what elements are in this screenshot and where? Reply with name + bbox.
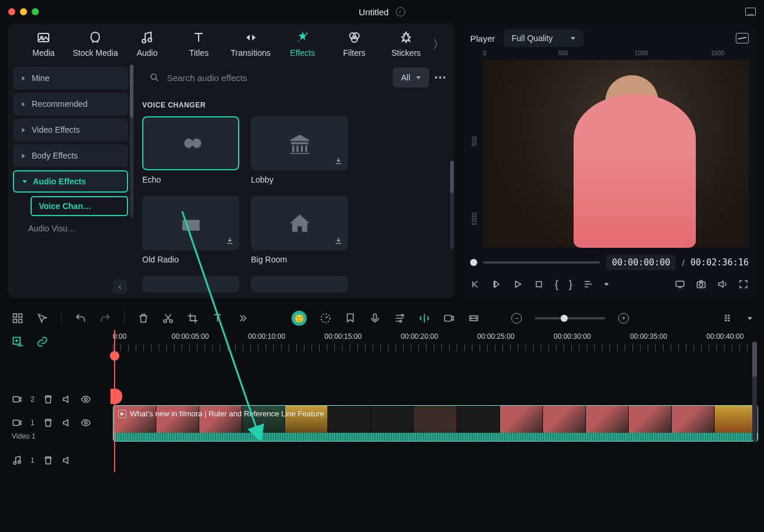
effect-echo[interactable]: Echo: [142, 116, 239, 184]
mark-in-button[interactable]: {: [555, 278, 558, 291]
track-header-audio[interactable]: 1: [6, 449, 113, 472]
svg-rect-28: [725, 320, 726, 322]
render-button[interactable]: [443, 312, 455, 324]
timeline-ruler[interactable]: 0:00 00:00:05:00 00:00:10:00 00:00:15:00…: [113, 330, 758, 353]
search-icon: [149, 72, 160, 83]
visibility-icon[interactable]: [81, 417, 91, 428]
speed-button[interactable]: [320, 312, 331, 324]
maximize-window-button[interactable]: [32, 8, 39, 15]
tabs-scroll-right[interactable]: 〉: [432, 32, 445, 56]
track-header-2[interactable]: 2: [6, 388, 113, 411]
track-view-button[interactable]: [723, 312, 735, 324]
close-window-button[interactable]: [8, 8, 15, 15]
tab-titles[interactable]: Titles: [173, 31, 224, 58]
redo-button[interactable]: [99, 312, 111, 324]
content-scrollbar[interactable]: [450, 161, 454, 249]
download-icon[interactable]: [334, 236, 344, 247]
tab-stock-media[interactable]: Stock Media: [69, 31, 121, 58]
layout-button[interactable]: [12, 312, 24, 324]
track-header-1[interactable]: 1: [6, 411, 113, 435]
download-icon[interactable]: [225, 236, 236, 247]
zoom-in-button[interactable]: +: [618, 313, 629, 324]
lock-icon[interactable]: [43, 417, 53, 428]
align-button[interactable]: [583, 279, 594, 289]
timeline-playhead[interactable]: [114, 330, 115, 472]
prev-frame-button[interactable]: [470, 279, 481, 289]
tab-transitions[interactable]: Transitions: [225, 31, 277, 58]
delete-button[interactable]: [138, 312, 149, 324]
lock-icon[interactable]: [43, 394, 53, 405]
undo-button[interactable]: [75, 312, 86, 324]
display-mode-icon[interactable]: [745, 8, 756, 16]
mic-button[interactable]: [369, 312, 381, 324]
timeline-scrollbar[interactable]: [752, 342, 757, 442]
sync-status-icon[interactable]: ✓: [396, 7, 405, 16]
sidebar-sub-voice-changer[interactable]: Voice Chan…: [31, 196, 128, 216]
effect-placeholder[interactable]: [251, 276, 348, 292]
ai-button[interactable]: 🙂: [291, 311, 307, 326]
video-preview[interactable]: [483, 60, 749, 248]
track-label: Video 1: [6, 432, 113, 440]
fullscreen-button[interactable]: [738, 279, 749, 289]
filter-dropdown[interactable]: All: [393, 68, 429, 87]
player-label: Player: [470, 33, 495, 43]
zoom-out-button[interactable]: −: [511, 313, 522, 324]
fit-button[interactable]: [468, 312, 480, 324]
sidebar-sub-audio-visualizer[interactable]: Audio Visu…: [21, 220, 128, 237]
sidebar-item-recommended[interactable]: Recommended: [13, 93, 128, 115]
stock-media-icon: [88, 31, 102, 45]
more-tools-button[interactable]: [236, 312, 248, 324]
mute-icon[interactable]: [62, 417, 72, 428]
snapshot-icon[interactable]: [736, 33, 749, 43]
progress-bar[interactable]: [483, 261, 600, 264]
sidebar-item-body-effects[interactable]: Body Effects: [13, 144, 128, 167]
camera-button[interactable]: [696, 279, 706, 289]
chevron-down-icon[interactable]: [604, 283, 609, 286]
effect-big-room[interactable]: Big Room: [251, 196, 348, 264]
svg-rect-11: [676, 281, 684, 287]
sidebar-item-video-effects[interactable]: Video Effects: [13, 119, 128, 141]
playhead-handle[interactable]: [470, 259, 477, 266]
svg-point-8: [351, 36, 357, 42]
effect-placeholder[interactable]: [142, 276, 239, 292]
select-tool[interactable]: [36, 312, 48, 324]
search-input[interactable]: Search audio effects: [142, 67, 387, 88]
cut-button[interactable]: [162, 312, 174, 324]
sidebar-collapse-button[interactable]: ‹: [113, 280, 127, 294]
visibility-icon[interactable]: [81, 394, 91, 405]
text-button[interactable]: [212, 312, 223, 324]
crop-button[interactable]: [187, 312, 199, 324]
split-button[interactable]: [418, 312, 430, 324]
lock-icon[interactable]: [43, 455, 53, 466]
mark-out-button[interactable]: }: [569, 278, 572, 291]
quality-dropdown[interactable]: Full Quality: [504, 29, 584, 47]
display-button[interactable]: [675, 279, 685, 289]
document-title: Untitled: [359, 7, 389, 17]
link-button[interactable]: [36, 336, 48, 348]
more-options-button[interactable]: [435, 76, 445, 79]
add-track-button[interactable]: [12, 336, 24, 348]
stop-button[interactable]: [534, 279, 544, 289]
zoom-slider[interactable]: [535, 317, 605, 319]
tab-effects[interactable]: Effects: [277, 31, 329, 58]
mute-icon[interactable]: [62, 455, 72, 466]
effect-old-radio[interactable]: Old Radio: [142, 196, 239, 264]
chevron-down-icon[interactable]: [748, 317, 752, 320]
audio-mixer-button[interactable]: [394, 312, 406, 324]
step-back-button[interactable]: [491, 279, 502, 289]
marker-button[interactable]: [344, 312, 356, 324]
video-clip[interactable]: ▶What’s new in filmora | Ruler and Refer…: [113, 405, 758, 442]
tab-audio[interactable]: Audio: [121, 31, 173, 58]
volume-button[interactable]: [717, 279, 728, 289]
sidebar-item-mine[interactable]: Mine: [13, 67, 128, 89]
tab-stickers[interactable]: Stickers: [380, 31, 432, 58]
tab-filters[interactable]: Filters: [329, 31, 380, 58]
tab-media[interactable]: Media: [18, 31, 69, 58]
svg-point-9: [151, 74, 156, 79]
minimize-window-button[interactable]: [20, 8, 27, 15]
download-icon[interactable]: [334, 156, 344, 167]
play-button[interactable]: [512, 279, 523, 289]
sidebar-item-audio-effects[interactable]: Audio Effects: [13, 170, 128, 193]
mute-icon[interactable]: [62, 394, 72, 405]
effect-lobby[interactable]: Lobby: [251, 116, 348, 184]
